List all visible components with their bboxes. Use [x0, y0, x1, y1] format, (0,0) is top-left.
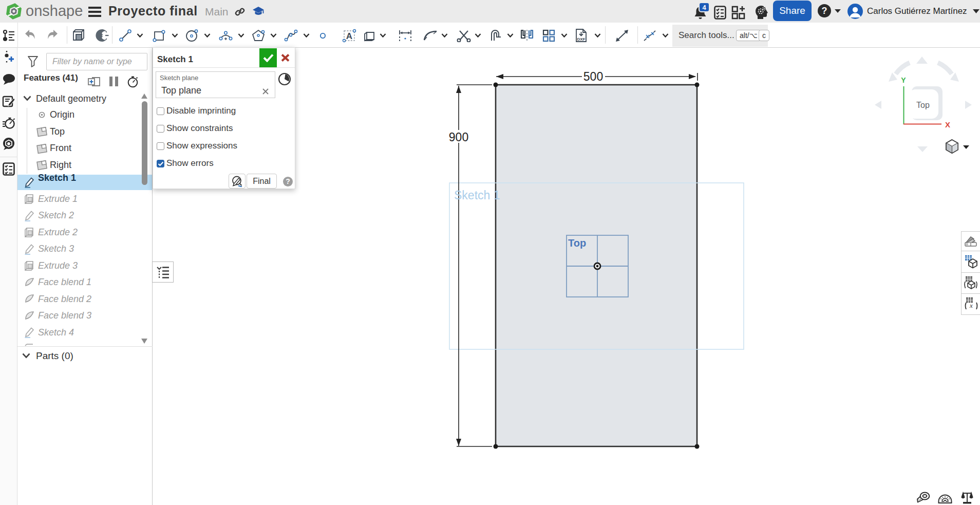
- svg-text:A: A: [346, 31, 352, 41]
- svg-text:900: 900: [449, 130, 468, 144]
- svg-text:Y: Y: [901, 76, 906, 84]
- svg-text:DXF: DXF: [577, 37, 586, 42]
- svg-text:Top: Top: [568, 237, 586, 249]
- svg-text:X: X: [945, 120, 950, 129]
- svg-text:Sketch 1: Sketch 1: [454, 189, 500, 202]
- svg-text:Top: Top: [916, 101, 930, 109]
- svg-text:x: x: [969, 302, 973, 309]
- svg-text:500: 500: [583, 70, 603, 83]
